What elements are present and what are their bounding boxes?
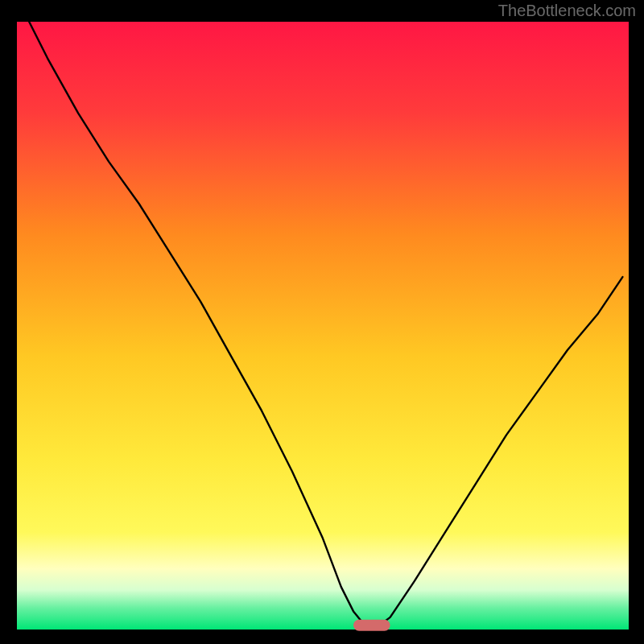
bottleneck-chart <box>0 0 644 644</box>
chart-frame: { "watermark": "TheBottleneck.com", "cha… <box>0 0 644 644</box>
optimal-marker <box>353 620 390 631</box>
